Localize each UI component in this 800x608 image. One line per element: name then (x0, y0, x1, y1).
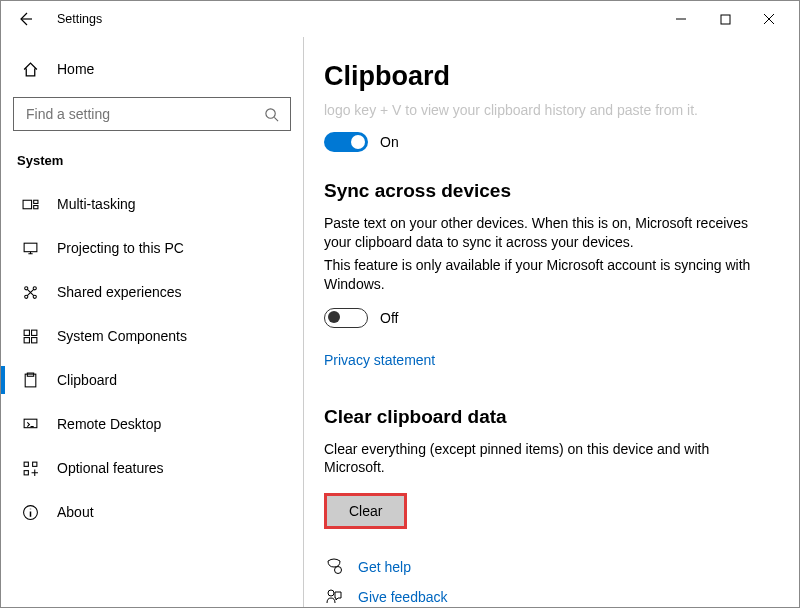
clipboard-icon (21, 371, 39, 389)
help-icon (324, 557, 344, 577)
search-input-container[interactable] (13, 97, 291, 131)
sidebar-item-label: About (57, 504, 94, 520)
sync-toggle[interactable] (324, 308, 368, 328)
projecting-icon (21, 239, 39, 257)
svg-rect-0 (721, 15, 730, 24)
feedback-link[interactable]: Give feedback (358, 589, 448, 605)
back-button[interactable] (9, 3, 41, 35)
shared-icon (21, 283, 39, 301)
svg-rect-13 (31, 337, 36, 342)
sidebar-home-label: Home (57, 61, 94, 77)
svg-point-22 (328, 590, 334, 596)
search-icon (262, 105, 280, 123)
sidebar-item-label: Optional features (57, 460, 164, 476)
sidebar-item-label: Projecting to this PC (57, 240, 184, 256)
optional-icon (21, 459, 39, 477)
close-button[interactable] (747, 3, 791, 35)
svg-rect-18 (32, 462, 36, 466)
sidebar-item-label: Multi-tasking (57, 196, 136, 212)
clipboard-history-toggle[interactable] (324, 132, 368, 152)
svg-rect-5 (24, 243, 37, 252)
clear-desc: Clear everything (except pinned items) o… (324, 440, 771, 478)
sidebar-item-projecting[interactable]: Projecting to this PC (13, 226, 291, 270)
svg-rect-3 (33, 200, 37, 203)
sidebar-item-multitasking[interactable]: Multi-tasking (13, 182, 291, 226)
minimize-button[interactable] (659, 3, 703, 35)
clipboard-history-state: On (380, 134, 399, 150)
svg-rect-2 (23, 200, 32, 209)
about-icon (21, 503, 39, 521)
svg-rect-4 (33, 205, 37, 208)
sidebar-item-shared[interactable]: Shared experiences (13, 270, 291, 314)
page-title: Clipboard (324, 61, 771, 92)
sidebar-section: System (13, 145, 291, 182)
clear-heading: Clear clipboard data (324, 406, 771, 428)
sync-desc-2: This feature is only available if your M… (324, 256, 771, 294)
svg-point-21 (335, 567, 342, 574)
sidebar-item-label: System Components (57, 328, 187, 344)
svg-rect-12 (24, 337, 29, 342)
components-icon (21, 327, 39, 345)
sidebar-item-remote[interactable]: Remote Desktop (13, 402, 291, 446)
sidebar: Home System Multi-tasking Projecting (1, 37, 303, 607)
svg-rect-17 (24, 462, 28, 466)
sync-state: Off (380, 310, 398, 326)
sidebar-item-label: Clipboard (57, 372, 117, 388)
sidebar-item-about[interactable]: About (13, 490, 291, 534)
svg-rect-11 (31, 330, 36, 335)
privacy-link[interactable]: Privacy statement (324, 352, 435, 368)
maximize-button[interactable] (703, 3, 747, 35)
sidebar-item-label: Shared experiences (57, 284, 182, 300)
multitasking-icon (21, 195, 39, 213)
sidebar-item-clipboard[interactable]: Clipboard (13, 358, 291, 402)
feedback-icon (324, 587, 344, 607)
sidebar-item-label: Remote Desktop (57, 416, 161, 432)
sidebar-item-optional[interactable]: Optional features (13, 446, 291, 490)
remote-icon (21, 415, 39, 433)
truncated-description: logo key + V to view your clipboard hist… (324, 102, 771, 118)
sync-desc-1: Paste text on your other devices. When t… (324, 214, 771, 252)
svg-rect-10 (24, 330, 29, 335)
home-icon (21, 60, 39, 78)
window-title: Settings (57, 12, 102, 26)
sidebar-home[interactable]: Home (13, 47, 291, 91)
main-content: Clipboard logo key + V to view your clip… (303, 37, 799, 607)
svg-rect-19 (24, 470, 28, 474)
get-help-link[interactable]: Get help (358, 559, 411, 575)
svg-point-1 (265, 108, 274, 117)
search-input[interactable] (24, 105, 262, 123)
sync-heading: Sync across devices (324, 180, 771, 202)
sidebar-item-components[interactable]: System Components (13, 314, 291, 358)
clear-button[interactable]: Clear (324, 493, 407, 529)
